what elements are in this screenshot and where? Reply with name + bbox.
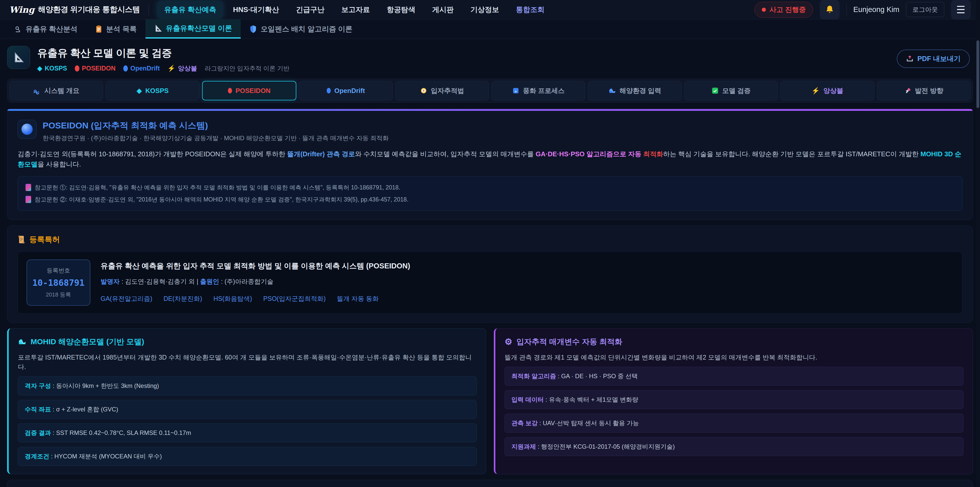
poseidon-subtitle: 한국환경연구원 · (주)아라종합기술 · 한국해양기상기술 공동개발 · MO… <box>43 134 389 142</box>
tab-label: 앙상블 <box>823 86 843 95</box>
model-badges: ◆ KOSPS POSEIDON OpenDrift ⚡ 앙상블 라그랑지안 입… <box>37 64 290 72</box>
algorithm-highlight: GA·DE·HS·PSO 알고리즘으로 자동 <box>536 150 643 158</box>
navbar-right: 사고 진행중 Eunjeong Kim 로그아웃 ☰ <box>754 0 971 20</box>
mohid-card-title: MOHID 해양순환모델 (기반 모델) <box>30 337 144 347</box>
red-dot-icon <box>75 65 80 72</box>
page-icon-triangle-ruler <box>7 46 30 69</box>
reference-2: 참고문헌 ②: 이재호·임병준·김도연 외, "2016년 동아시아 해역의 M… <box>25 193 955 206</box>
tab-analysis-list[interactable]: 분석 목록 <box>86 19 145 38</box>
app-title: 해양환경 위기대응 통합시스템 <box>38 4 140 15</box>
patent-title: 유출유 확산 예측을 위한 입자 추적 모델 최적화 방법 및 이를 이용한 예… <box>100 261 953 271</box>
tab-spill-model-theory[interactable]: 유출유확산모델 이론 <box>145 19 241 38</box>
mohid-card-title-row: MOHID 해양순환모델 (기반 모델) <box>18 337 477 347</box>
patent-section: 등록특허 등록번호 10-1868791 2018 등록 유출유 확산 예측을 … <box>7 225 973 323</box>
nav-item-oil-spill-prediction[interactable]: 유출유 확산예측 <box>158 1 223 18</box>
nav-item-emergency-rescue[interactable]: 긴급구난 <box>289 1 331 18</box>
spec-row-support-project: 지원과제 : 행정안전부 KCG-01-2017-05 (해양경비지원기술) <box>504 437 963 456</box>
export-icon <box>906 55 914 62</box>
pdf-export-button[interactable]: PDF 내보내기 <box>897 49 970 68</box>
wave-icon <box>608 87 616 94</box>
tag-drifter-assimilation[interactable]: 뜰개 자동 동화 <box>337 294 379 303</box>
hamburger-menu-button[interactable]: ☰ <box>951 0 971 20</box>
tab-poseidon[interactable]: POSEIDON <box>202 81 296 101</box>
tag-pso[interactable]: PSO(입자군집최적화) <box>263 294 326 303</box>
badge-kosps: ◆ KOSPS <box>37 65 67 72</box>
spec-row-vertical-coord: 수직 좌표 : σ + Z-level 혼합 (GVC) <box>18 400 477 419</box>
formula-section: POSEIDON 입자추적 핵심 수식 제1 입자추적 모델 (기본) Mode… <box>7 480 973 487</box>
text-segment: 을 사용합니다. <box>38 160 81 168</box>
patent-header-label: 등록특허 <box>29 235 60 245</box>
tab-label: 모델 검증 <box>722 86 751 95</box>
tab-label: 유출유확산모델 이론 <box>166 24 232 33</box>
optimization-card: ⚙ 입자추적 매개변수 자동 최적화 뜰개 관측 경로와 제1 모델 예측값의 … <box>494 328 973 474</box>
nav-item-reports[interactable]: 보고자료 <box>334 1 376 18</box>
nav-divider <box>148 4 149 15</box>
page-subtitle-note: 라그랑지안 입자추적 이론 기반 <box>205 64 290 72</box>
tab-system-overview[interactable]: 시스템 개요 <box>10 81 103 101</box>
nav-item-hns-diffusion[interactable]: HNS·대기확산 <box>226 1 286 18</box>
text-segment: 하는 핵심 기술을 보유합니다. 해양순환 기반 모델은 포르투갈 IST/MA… <box>663 150 920 158</box>
tab-kosps[interactable]: ◆ KOSPS <box>106 81 199 101</box>
spec-label: 최적화 알고리즘 <box>511 373 556 380</box>
poseidon-section: POSEIDON (입자추적 최적화 예측 시스템) 한국환경연구원 · (주)… <box>7 109 973 220</box>
compass-icon <box>420 87 427 94</box>
tag-de[interactable]: DE(차분진화) <box>164 294 202 303</box>
nav-item-aerial-search[interactable]: 항공탐색 <box>380 1 422 18</box>
bell-icon <box>825 5 835 14</box>
tab-opendrift[interactable]: OpenDrift <box>299 81 393 101</box>
tab-ensemble[interactable]: ⚡ 앙상블 <box>780 81 874 101</box>
nav-item-integrated-search[interactable]: 통합조회 <box>509 1 551 18</box>
spec-row-input-data: 입력 데이터 : 유속·풍속 벡터 + 제1모델 변화량 <box>504 390 963 409</box>
tab-label: OpenDrift <box>334 87 365 95</box>
content-tab-bar: 시스템 개요 ◆ KOSPS POSEIDON OpenDrift 입자추적법 … <box>7 79 973 103</box>
logout-button[interactable]: 로그아웃 <box>906 2 944 17</box>
tab-oil-spill-analysis[interactable]: 유출유 확산분석 <box>5 19 86 38</box>
tag-hs[interactable]: HS(화음탐색) <box>213 294 252 303</box>
reference-text: 참고문헌 ②: 이재호·임병준·김도연 외, "2016년 동아시아 해역의 M… <box>35 196 408 204</box>
tab-model-validation[interactable]: 모델 검증 <box>684 81 778 101</box>
scrollbar-thumb[interactable] <box>977 40 979 108</box>
inventor-label: 발명자 <box>100 278 120 285</box>
nav-item-weather-info[interactable]: 기상정보 <box>464 1 506 18</box>
flask-icon <box>512 87 519 94</box>
clipboard-icon <box>95 25 103 33</box>
rocket-icon <box>904 87 912 94</box>
patent-tags: GA(유전알고리즘) DE(차분진화) HS(화음탐색) PSO(입자군집최적화… <box>100 294 953 303</box>
tag-ga[interactable]: GA(유전알고리즘) <box>100 294 152 303</box>
nav-item-board[interactable]: 게시판 <box>425 1 460 18</box>
pdf-export-label: PDF 내보내기 <box>917 54 961 63</box>
spec-label: 검증 결과 <box>25 429 51 436</box>
reference-text: 참고문헌 ①: 김도연·김용혁, "유출유 확산 예측을 위한 입자 추적 모델… <box>35 184 400 192</box>
incident-status-badge[interactable]: 사고 진행중 <box>754 2 813 18</box>
tab-oil-fence-algorithm-theory[interactable]: 오일펜스 배치 알고리즘 이론 <box>241 19 361 38</box>
spec-row-grid: 격자 구성 : 동아시아 9km + 한반도 3km (Nesting) <box>18 377 477 395</box>
document-icon <box>25 196 31 203</box>
references-box: 참고문헌 ①: 김도연·김용혁, "유출유 확산 예측을 위한 입자 추적 모델… <box>18 176 963 211</box>
spec-value: : SST RMSE 0.42~0.78°C, SLA RMSE 0.11~0.… <box>51 429 191 436</box>
text-segment: 와 수치모델 예측값을 비교하여, 입자추적 모델의 매개변수를 <box>355 150 536 158</box>
spec-label: 수직 좌표 <box>25 406 51 413</box>
blue-dot-icon <box>327 88 331 93</box>
notifications-button[interactable] <box>820 0 840 20</box>
lightning-icon: ⚡ <box>167 65 175 72</box>
tab-particle-tracking[interactable]: 입자추적법 <box>395 81 489 101</box>
drifter-link[interactable]: 뜰개(Drifter) 관측 경로 <box>287 150 355 158</box>
top-navbar: Wing 해양환경 위기대응 통합시스템 유출유 확산예측 HNS·대기확산 긴… <box>0 0 980 19</box>
red-dot-icon <box>228 88 232 93</box>
page-header: 유출유 확산 모델 이론 및 검증 ◆ KOSPS POSEIDON OpenD… <box>0 39 980 77</box>
tab-label: KOSPS <box>145 87 169 95</box>
spec-row-algorithm: 최적화 알고리즘 : GA · DE · HS · PSO 중 선택 <box>504 367 963 386</box>
poseidon-header: POSEIDON (입자추적 최적화 예측 시스템) 한국환경연구원 · (주)… <box>18 120 963 142</box>
shield-icon <box>249 25 257 33</box>
applicant-label: 출원인 <box>200 278 219 285</box>
patent-card: 등록번호 10-1868791 2018 등록 유출유 확산 예측을 위한 입자… <box>18 252 963 314</box>
reference-1: 참고문헌 ①: 김도연·김용혁, "유출유 확산 예측을 위한 입자 추적 모델… <box>25 182 955 193</box>
diamond-icon: ◆ <box>137 87 142 95</box>
poseidon-header-text: POSEIDON (입자추적 최적화 예측 시스템) 한국환경연구원 · (주)… <box>43 120 389 142</box>
badge-label: KOSPS <box>45 65 67 72</box>
badge-ensemble: ⚡ 앙상블 <box>167 64 197 72</box>
tab-future-direction[interactable]: 발전 방향 <box>877 81 970 101</box>
tab-weathering-process[interactable]: 풍화 프로세스 <box>492 81 585 101</box>
tab-ocean-environment-input[interactable]: 해양환경 입력 <box>588 81 681 101</box>
scrollbar-track[interactable] <box>976 0 980 487</box>
